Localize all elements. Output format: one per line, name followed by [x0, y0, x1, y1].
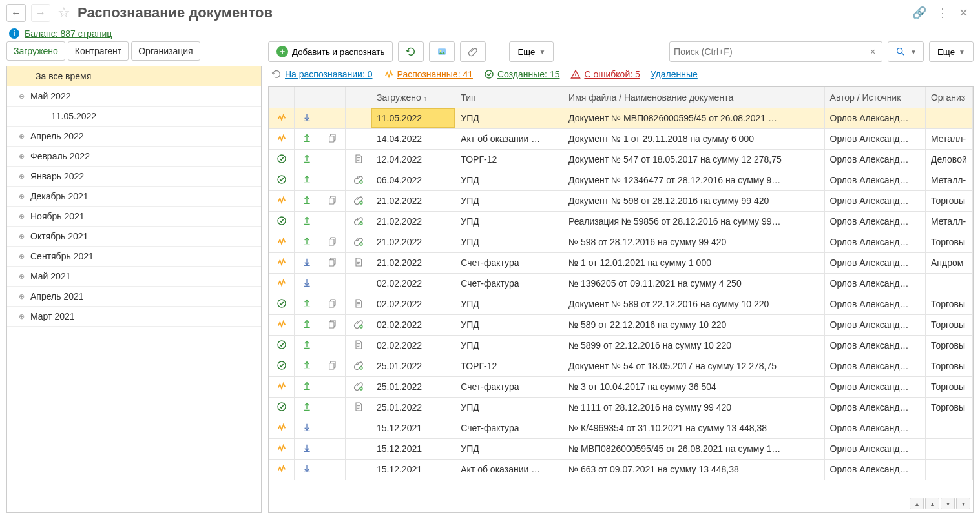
- tree-toggle-icon[interactable]: ⊕: [19, 132, 25, 141]
- cell-org: [925, 108, 972, 128]
- clear-search-icon[interactable]: ×: [868, 46, 878, 57]
- col-name[interactable]: Имя файла / Наименование документа: [563, 87, 825, 108]
- table-row[interactable]: 25.01.2022УПД№ 1111 от 28.12.2016 на сум…: [269, 397, 973, 418]
- tree-item-8[interactable]: ⊕Октябрь 2021: [7, 227, 261, 247]
- tree-toggle-icon[interactable]: ⊕: [19, 292, 25, 301]
- table-row[interactable]: 02.02.2022УПД№ 589 от 22.12.2016 на сумм…: [269, 314, 973, 335]
- magnifier-icon: [895, 46, 906, 57]
- svg-rect-15: [329, 239, 334, 245]
- table-row[interactable]: 15.12.2021Акт об оказании …№ 663 от 09.0…: [269, 459, 973, 480]
- filter-created[interactable]: Созданные: 15: [483, 68, 559, 80]
- table-row[interactable]: 15.12.2021Счет-фактура№ К/4969354 от 31.…: [269, 418, 973, 438]
- filter-deleted[interactable]: Удаленные: [651, 69, 698, 79]
- col-org[interactable]: Организ: [925, 87, 972, 108]
- filter-recognized[interactable]: Распознанные: 41: [383, 68, 473, 80]
- tree-toggle-icon[interactable]: ⊕: [19, 272, 25, 281]
- tree-item-7[interactable]: ⊕Ноябрь 2021: [7, 207, 261, 227]
- tree-toggle-icon[interactable]: ⊕: [19, 172, 25, 181]
- tree-item-1[interactable]: ⊖Май 2022: [7, 86, 261, 107]
- tab-1[interactable]: Контрагент: [68, 41, 129, 61]
- tree-item-4[interactable]: ⊕Февраль 2022: [7, 147, 261, 167]
- tree-item-12[interactable]: ⊕Март 2021: [7, 307, 261, 327]
- tree-toggle-icon[interactable]: ⊕: [19, 152, 25, 161]
- favorite-star-icon[interactable]: ☆: [56, 5, 72, 21]
- table-row[interactable]: 21.02.2022УПДРеализация № 59856 от 28.12…: [269, 211, 973, 232]
- filter-recognizing[interactable]: На распознавании: 0: [271, 68, 373, 80]
- filter-errors[interactable]: С ошибкой: 5: [570, 68, 640, 80]
- cell-name: № 598 от 28.12.2016 на сумму 99 420: [563, 232, 825, 252]
- cell-date: 02.02.2022: [371, 314, 455, 335]
- search-box[interactable]: ×: [669, 41, 882, 62]
- table-row[interactable]: 12.04.2022ТОРГ-12Документ № 547 от 18.05…: [269, 149, 973, 170]
- refresh-button[interactable]: [398, 41, 424, 62]
- cell-type: УПД: [455, 314, 563, 335]
- back-button[interactable]: ←: [6, 4, 26, 22]
- kebab-menu-icon[interactable]: ⋮: [937, 6, 948, 20]
- svg-rect-18: [329, 260, 334, 266]
- tree-toggle-icon[interactable]: ⊕: [19, 212, 25, 221]
- table-row[interactable]: 21.02.2022УПД№ 598 от 28.12.2016 на сумм…: [269, 232, 973, 252]
- tree-item-6[interactable]: ⊕Декабрь 2021: [7, 187, 261, 207]
- tree-item-3[interactable]: ⊕Апрель 2022: [7, 127, 261, 147]
- table-row[interactable]: 14.04.2022Акт об оказании …Документ № 1 …: [269, 128, 973, 149]
- add-recognize-button[interactable]: + Добавить и распознать: [268, 41, 393, 62]
- tree-item-2[interactable]: 11.05.2022: [7, 107, 261, 127]
- image-button[interactable]: [429, 41, 455, 62]
- scroll-up-button[interactable]: ▴: [925, 498, 939, 509]
- tree-item-11[interactable]: ⊕Апрель 2021: [7, 287, 261, 307]
- document-icon: [353, 298, 364, 309]
- tree-item-9[interactable]: ⊕Сентябрь 2021: [7, 247, 261, 267]
- cell-name: № 1396205 от 09.11.2021 на сумму 4 250: [563, 273, 825, 294]
- tree-item-5[interactable]: ⊕Январь 2022: [7, 167, 261, 187]
- upload-icon: [301, 194, 313, 206]
- scroll-down-button[interactable]: ▾: [941, 498, 955, 509]
- link-icon[interactable]: 🔗: [912, 6, 926, 20]
- more-button-2[interactable]: Еще ▼: [929, 41, 974, 62]
- table-row[interactable]: 02.02.2022УПДДокумент № 589 от 22.12.201…: [269, 294, 973, 314]
- tree-toggle-icon[interactable]: ⊕: [19, 252, 25, 261]
- col-direction[interactable]: [295, 87, 320, 108]
- upload-icon: [301, 339, 313, 350]
- more-button-1[interactable]: Еще ▼: [509, 41, 554, 62]
- spark-icon: [276, 194, 287, 206]
- balance-link[interactable]: Баланс: 887 страниц: [25, 28, 112, 39]
- col-type[interactable]: Тип: [455, 87, 563, 108]
- cell-name: № 663 от 09.07.2021 на сумму 13 448,38: [563, 459, 825, 480]
- cell-org: Торговы: [925, 397, 972, 418]
- table-row[interactable]: 25.01.2022ТОРГ-12Документ № 54 от 18.05.…: [269, 356, 973, 376]
- copy-icon: [327, 360, 339, 371]
- col-copy[interactable]: [320, 87, 346, 108]
- cell-author: Орлов Александ…: [824, 356, 925, 376]
- table-row[interactable]: 02.02.2022Счет-фактура№ 1396205 от 09.11…: [269, 273, 973, 294]
- tab-0[interactable]: Загружено: [6, 41, 65, 61]
- table-row[interactable]: 06.04.2022УПДДокумент № 12346477 от 28.1…: [269, 170, 973, 190]
- tree-toggle-icon[interactable]: ⊖: [19, 92, 25, 101]
- table-row[interactable]: 21.02.2022УПДДокумент № 598 от 28.12.201…: [269, 190, 973, 211]
- cell-author: Орлов Александ…: [824, 376, 925, 397]
- attachment-button[interactable]: [460, 41, 486, 62]
- search-input[interactable]: [674, 46, 868, 57]
- tree-item-0[interactable]: За все время: [7, 66, 261, 86]
- col-status[interactable]: [269, 87, 295, 108]
- col-doc[interactable]: [346, 87, 371, 108]
- scroll-top-button[interactable]: ▴: [910, 498, 924, 509]
- forward-button[interactable]: →: [31, 4, 50, 22]
- search-button[interactable]: ▼: [888, 41, 924, 62]
- col-author[interactable]: Автор / Источник: [824, 87, 925, 108]
- cell-author: Орлов Александ…: [824, 418, 925, 438]
- col-loaded[interactable]: Загружено ↑: [371, 87, 455, 108]
- scroll-bottom-button[interactable]: ▾: [956, 498, 970, 509]
- table-row[interactable]: 25.01.2022Счет-фактура№ 3 от 10.04.2017 …: [269, 376, 973, 397]
- tab-2[interactable]: Организация: [131, 41, 200, 61]
- table-row[interactable]: 02.02.2022УПД№ 5899 от 22.12.2016 на сум…: [269, 335, 973, 356]
- table-row[interactable]: 21.02.2022Счет-фактура№ 1 от 12.01.2021 …: [269, 252, 973, 273]
- tree-toggle-icon[interactable]: ⊕: [19, 192, 25, 201]
- close-icon[interactable]: ✕: [959, 6, 968, 20]
- tree-item-10[interactable]: ⊕Май 2021: [7, 267, 261, 287]
- spark-icon: [276, 421, 287, 433]
- table-row[interactable]: 15.12.2021УПД№ МВП0826000595/45 от 26.08…: [269, 438, 973, 459]
- tree-toggle-icon[interactable]: ⊕: [19, 232, 25, 241]
- tree-toggle-icon[interactable]: ⊕: [19, 312, 25, 321]
- cell-author: Орлов Александ…: [824, 459, 925, 480]
- table-row[interactable]: 11.05.2022УПДДокумент № МВП0826000595/45…: [269, 108, 973, 128]
